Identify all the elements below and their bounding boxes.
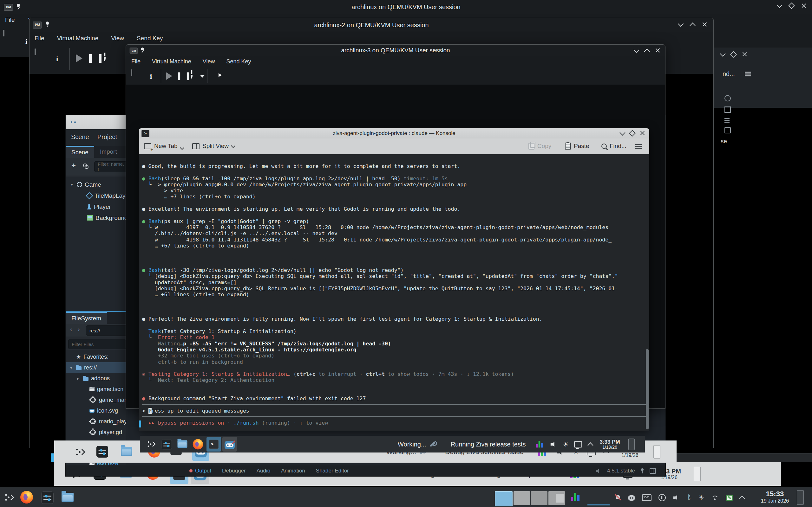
- find-button[interactable]: Find...: [601, 143, 626, 150]
- konsole-task-icon[interactable]: [206, 437, 221, 452]
- desktop-1[interactable]: [495, 491, 513, 506]
- fs-path-field[interactable]: res://: [86, 326, 129, 336]
- new-tab-button[interactable]: New Tab: [144, 143, 184, 150]
- menu-item[interactable]: File: [5, 16, 15, 23]
- power-icon[interactable]: [191, 71, 193, 78]
- scene-filter-input[interactable]: Filter: name, t: [94, 161, 129, 172]
- virtual-desktop-pager[interactable]: [495, 491, 565, 506]
- terminal[interactable]: ● Good, the build is progressing. Let me…: [139, 154, 649, 431]
- firefox-icon[interactable]: [20, 491, 33, 504]
- hamburger-icon[interactable]: [745, 72, 751, 72]
- close-icon[interactable]: [742, 52, 747, 57]
- scene-tree-row[interactable]: ▾ Game: [66, 179, 126, 190]
- file-manager-icon[interactable]: [120, 445, 133, 456]
- maximize-icon[interactable]: [730, 51, 737, 58]
- minimize-icon[interactable]: [619, 130, 625, 135]
- display-icon[interactable]: [131, 69, 132, 76]
- shutdown-menu-caret-icon[interactable]: [200, 75, 205, 78]
- filesystem-row[interactable]: Favorites:: [66, 351, 126, 362]
- close-icon[interactable]: [702, 22, 707, 27]
- filesystem-tab[interactable]: FileSystem: [66, 312, 107, 324]
- keyboard-icon[interactable]: [642, 494, 652, 501]
- play-icon[interactable]: [166, 72, 172, 79]
- menu-item[interactable]: View: [111, 35, 124, 42]
- split-view-button[interactable]: Split View: [192, 143, 235, 150]
- vm1-titlebar[interactable]: archlinux on QEMU/KVM User session: [0, 0, 812, 14]
- maximize-icon[interactable]: [690, 22, 695, 28]
- bluetooth-icon[interactable]: ᛒ: [687, 494, 692, 501]
- menu-item[interactable]: File: [35, 35, 44, 42]
- vm3-titlebar[interactable]: archlinux-3 on QEMU/KVM User session: [126, 45, 665, 56]
- show-desktop-button[interactable]: [797, 490, 804, 505]
- volume-icon[interactable]: [673, 495, 680, 501]
- tray-expander-icon[interactable]: [588, 442, 594, 448]
- menu-item[interactable]: Virtual Machine: [152, 58, 191, 65]
- screenshot-tool-icon[interactable]: [726, 495, 733, 501]
- pin-bottom-panel-icon[interactable]: [641, 468, 644, 473]
- show-desktop-button[interactable]: [694, 467, 701, 481]
- fragment-icon[interactable]: [724, 107, 731, 113]
- notifications-muted-icon[interactable]: [615, 494, 621, 501]
- link-node-icon[interactable]: [83, 164, 89, 169]
- maximize-icon[interactable]: [644, 49, 650, 54]
- bottom-panel-tab[interactable]: Shader Editor: [316, 468, 349, 474]
- fs-filter-input[interactable]: Filter Files: [68, 339, 126, 349]
- desktop-4[interactable]: [548, 491, 565, 505]
- media-pause-icon[interactable]: [658, 494, 666, 501]
- show-desktop-button[interactable]: [628, 439, 635, 450]
- bottom-panel-tab[interactable]: Audio: [257, 468, 270, 474]
- firefox-icon[interactable]: [192, 438, 204, 451]
- settings-app-icon[interactable]: [41, 492, 54, 504]
- paste-button[interactable]: Paste: [565, 143, 589, 150]
- filesystem-row[interactable]: game_manager.: [66, 395, 126, 405]
- settings-app-icon[interactable]: [160, 438, 173, 451]
- filesystem-row[interactable]: game.tscn: [66, 384, 126, 395]
- audio-mute-icon[interactable]: [596, 468, 601, 473]
- menu-item[interactable]: Send Key: [137, 35, 163, 42]
- hamburger-menu-icon[interactable]: [635, 144, 642, 145]
- filesystem-row[interactable]: ▾ res://: [66, 362, 126, 373]
- minimize-icon[interactable]: [776, 2, 782, 8]
- konsole-titlebar[interactable]: ziva-agent-plugin-godot-private : claude…: [139, 128, 649, 138]
- settings-app-icon[interactable]: [96, 446, 108, 458]
- add-node-icon[interactable]: +: [71, 161, 76, 170]
- minimize-icon[interactable]: [678, 21, 683, 26]
- wifi-icon[interactable]: [711, 495, 719, 500]
- pause-icon[interactable]: [178, 72, 189, 80]
- pause-icon[interactable]: [89, 54, 101, 63]
- close-icon[interactable]: [640, 131, 645, 135]
- app-launcher-icon[interactable]: [73, 445, 87, 459]
- fragment-icon[interactable]: [724, 95, 731, 101]
- system-monitor-icon[interactable]: [536, 441, 543, 448]
- filesystem-row[interactable]: player.gd: [66, 427, 126, 438]
- close-icon[interactable]: [655, 48, 660, 53]
- menu-item[interactable]: Send Key: [226, 58, 251, 65]
- tray-expander-icon[interactable]: [740, 496, 745, 501]
- godot-menu-item[interactable]: Project: [97, 133, 117, 141]
- file-manager-icon[interactable]: [61, 491, 73, 502]
- filesystem-row[interactable]: icon.svg: [66, 405, 126, 416]
- screen-layout-icon[interactable]: [574, 441, 582, 447]
- filesystem-row[interactable]: mario_player.gd: [66, 416, 126, 427]
- terminal-scrollbar[interactable]: [646, 349, 649, 429]
- desktop-3[interactable]: [531, 491, 548, 505]
- night-color-icon[interactable]: ☀: [699, 494, 705, 501]
- show-desktop-button[interactable]: [653, 445, 660, 458]
- fragment-icon[interactable]: [724, 118, 729, 119]
- host-clock[interactable]: 15:3319 Jan 2026: [757, 490, 792, 504]
- app-launcher-icon[interactable]: [145, 438, 157, 451]
- display-icon[interactable]: [3, 30, 4, 37]
- bottom-panel-tab[interactable]: Output: [189, 468, 211, 474]
- minimize-icon[interactable]: [633, 47, 639, 53]
- dock-tab[interactable]: Import: [94, 146, 123, 158]
- play-icon[interactable]: [76, 54, 83, 62]
- minimize-icon[interactable]: [720, 51, 725, 56]
- bottom-panel-tab[interactable]: Debugger: [222, 468, 246, 474]
- close-icon[interactable]: [802, 3, 806, 8]
- vm2-titlebar[interactable]: archlinux-2 on QEMU/KVM User session: [30, 18, 713, 32]
- bottom-panel-tab[interactable]: Animation: [281, 468, 305, 474]
- scene-tree-row[interactable]: Player: [66, 201, 126, 212]
- godot-task-icon[interactable]: [222, 437, 237, 452]
- system-monitor-icon[interactable]: [571, 493, 579, 501]
- discord-icon[interactable]: [628, 495, 635, 501]
